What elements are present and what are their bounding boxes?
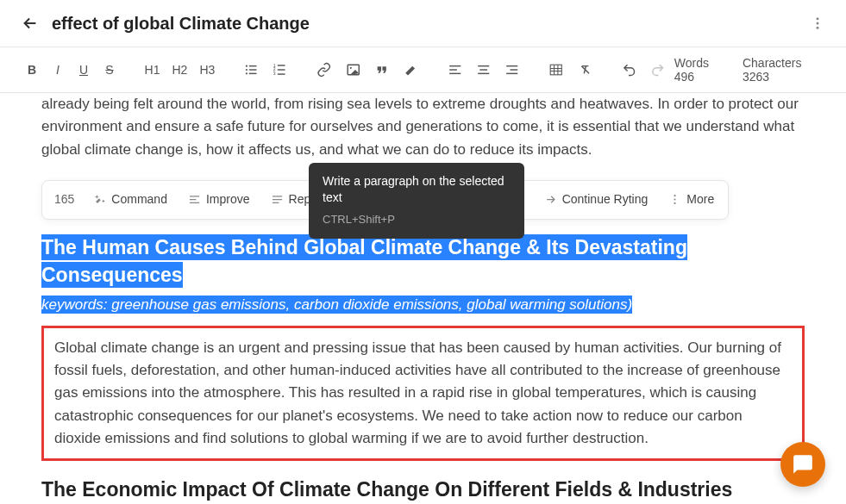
svg-point-30 bbox=[674, 199, 676, 201]
svg-rect-4 bbox=[249, 65, 257, 66]
svg-rect-6 bbox=[249, 69, 257, 70]
command-button[interactable]: Command bbox=[83, 184, 178, 215]
svg-rect-14 bbox=[278, 73, 285, 74]
svg-rect-18 bbox=[449, 69, 457, 70]
word-count: Words 496 bbox=[674, 56, 730, 84]
image-button[interactable] bbox=[341, 59, 366, 81]
selected-heading[interactable]: The Human Causes Behind Global Climate C… bbox=[41, 233, 805, 289]
undo-button[interactable] bbox=[617, 59, 642, 81]
continue-button[interactable]: Continue Ryting bbox=[534, 184, 659, 215]
rephrase-icon bbox=[271, 193, 284, 206]
align-right-button[interactable] bbox=[499, 59, 524, 81]
svg-rect-12 bbox=[278, 69, 285, 70]
redo-button[interactable] bbox=[645, 59, 670, 81]
generated-paragraph-highlight: Global climate change is an urgent and p… bbox=[41, 326, 805, 462]
svg-rect-21 bbox=[479, 69, 487, 70]
table-button[interactable] bbox=[543, 59, 568, 81]
svg-rect-17 bbox=[449, 65, 461, 66]
more-button[interactable]: More bbox=[658, 184, 724, 215]
paragraph-text[interactable]: already being felt around the world, fro… bbox=[41, 93, 805, 161]
generated-paragraph[interactable]: Global climate change is an urgent and p… bbox=[54, 337, 792, 451]
h1-button[interactable]: H1 bbox=[140, 59, 166, 81]
continue-icon bbox=[544, 193, 557, 206]
formatting-toolbar: B I U S H1 H2 H3 123 bbox=[0, 47, 846, 92]
svg-rect-26 bbox=[551, 65, 562, 75]
h3-button[interactable]: H3 bbox=[194, 59, 220, 81]
tooltip-text: Write a paragraph on the selected text bbox=[323, 173, 511, 206]
svg-rect-19 bbox=[449, 73, 461, 74]
magic-icon bbox=[93, 193, 106, 206]
svg-rect-10 bbox=[278, 65, 285, 65]
svg-point-5 bbox=[246, 69, 248, 71]
chat-icon bbox=[792, 453, 814, 476]
chat-fab[interactable] bbox=[780, 442, 825, 487]
bulleted-list-button[interactable] bbox=[239, 59, 264, 81]
svg-point-3 bbox=[246, 65, 248, 67]
strikethrough-button[interactable]: S bbox=[98, 59, 121, 81]
svg-rect-24 bbox=[511, 69, 518, 70]
char-count: Characters 3263 bbox=[743, 56, 829, 84]
underline-button[interactable]: U bbox=[72, 59, 95, 81]
more-vertical-icon bbox=[668, 193, 681, 206]
bold-button[interactable]: B bbox=[21, 59, 43, 81]
italic-button[interactable]: I bbox=[47, 59, 69, 81]
tooltip-shortcut: CTRL+Shift+P bbox=[323, 211, 511, 228]
svg-point-29 bbox=[674, 195, 676, 196]
tooltip: Write a paragraph on the selected text C… bbox=[309, 163, 524, 239]
align-left-button[interactable] bbox=[442, 59, 467, 81]
svg-rect-20 bbox=[478, 65, 489, 66]
clear-format-button[interactable] bbox=[573, 59, 598, 81]
credits-count: 165 bbox=[46, 185, 83, 215]
improve-button[interactable]: Improve bbox=[178, 184, 260, 215]
header-more-icon[interactable] bbox=[806, 12, 829, 34]
svg-rect-22 bbox=[478, 73, 489, 74]
svg-point-2 bbox=[817, 27, 819, 29]
h2-button[interactable]: H2 bbox=[166, 59, 192, 81]
svg-point-16 bbox=[349, 67, 351, 69]
svg-point-7 bbox=[246, 72, 248, 74]
svg-point-0 bbox=[817, 17, 819, 20]
quote-button[interactable] bbox=[369, 59, 394, 81]
page-title: effect of global Climate Change bbox=[52, 14, 806, 34]
svg-text:3: 3 bbox=[273, 71, 276, 76]
improve-icon bbox=[188, 193, 201, 206]
highlight-button[interactable] bbox=[398, 59, 423, 81]
numbered-list-button[interactable]: 123 bbox=[267, 59, 292, 81]
header: effect of global Climate Change bbox=[0, 0, 846, 47]
svg-rect-23 bbox=[507, 65, 518, 66]
svg-rect-8 bbox=[249, 73, 257, 74]
svg-rect-25 bbox=[507, 73, 518, 74]
svg-point-31 bbox=[674, 202, 676, 204]
section-heading[interactable]: The Economic Impact Of Climate Change On… bbox=[41, 475, 805, 504]
svg-point-1 bbox=[817, 22, 819, 25]
selected-keywords[interactable]: keywords: greenhouse gas emissions, carb… bbox=[41, 294, 805, 316]
document-editor[interactable]: already being felt around the world, fro… bbox=[0, 93, 846, 504]
back-icon[interactable] bbox=[21, 14, 40, 33]
stats: Words 496 Characters 3263 bbox=[674, 56, 829, 84]
align-center-button[interactable] bbox=[471, 59, 496, 81]
link-button[interactable] bbox=[311, 59, 336, 81]
